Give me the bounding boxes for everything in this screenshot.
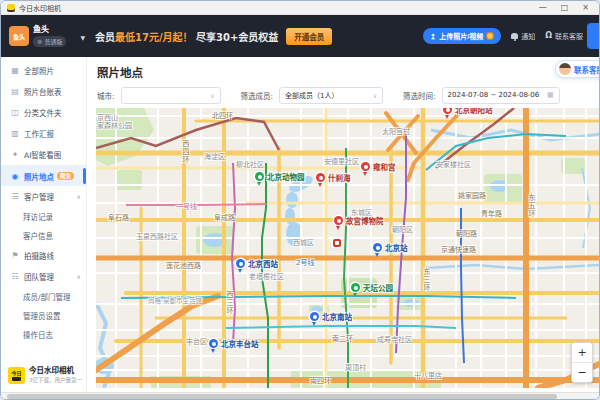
time-filter-label: 筛选时间: <box>403 90 436 101</box>
zoom-out-button[interactable]: − <box>572 363 592 382</box>
sidebar-item-分类文件夹[interactable]: ◫分类文件夹 <box>1 102 86 123</box>
map-label: 东五环 <box>526 194 536 218</box>
map-marker[interactable]: 北京朝阳站 <box>443 108 493 115</box>
map-label: 成寿寺社区 <box>377 334 412 344</box>
ai-icon: ✦ <box>10 150 20 159</box>
scrollbar-thumb[interactable] <box>7 394 557 399</box>
map-marker[interactable]: 北京南站 <box>310 311 352 322</box>
map-label: 柳北社区 <box>236 159 264 169</box>
map-marker-label: 北京丰台站 <box>221 338 259 349</box>
map-marker[interactable]: 天坛公园 <box>351 282 393 293</box>
sidebar-item-label: 全部照片 <box>24 65 54 76</box>
minimize-button[interactable]: — <box>539 4 547 12</box>
map-marker[interactable]: 北京丰台站 <box>209 338 259 349</box>
map-marker-label: 北京站 <box>385 242 408 253</box>
sidebar: ▦全部照片▤照片台账表◫分类文件夹▥工作汇报✦AI智能看图◉照片地点限免☰客户管… <box>1 57 87 392</box>
app-header: 鱼头 鱼头 ☸ 普通版 ▼ 会员最低17元/月起！ 尽享30+会员权益 开通会员… <box>1 15 599 57</box>
sidebar-item-label: 拜访记录 <box>23 211 53 222</box>
report-icon: ▥ <box>10 129 20 138</box>
notifications-button[interactable]: 通知 <box>511 31 535 41</box>
map-base-layer <box>96 108 599 388</box>
user-block[interactable]: 鱼头 鱼头 ☸ 普通版 ▼ <box>1 26 87 47</box>
headset-icon: Ω <box>545 32 552 40</box>
maximize-button[interactable]: □ <box>561 4 569 12</box>
map-label: 京通快速路 <box>441 244 476 254</box>
map-marker-label: 北京朝阳站 <box>455 108 493 115</box>
collapse-arrow-icon[interactable]: ∧ <box>77 193 81 200</box>
map-marker[interactable]: 北京动物园 <box>255 171 305 182</box>
member-select[interactable]: 全部成员（1人） ∨ <box>279 87 383 104</box>
camera-icon <box>12 377 21 381</box>
map-label: 老墙根社区 <box>249 271 284 281</box>
map-marker[interactable] <box>333 239 341 247</box>
city-filter-label: 城市: <box>97 90 115 101</box>
member-filter-label: 筛选成员: <box>241 90 274 101</box>
member-value: 全部成员（1人） <box>285 90 338 100</box>
contact-support-button[interactable]: Ω 联系客服 <box>545 31 583 41</box>
chevron-down-icon[interactable]: ▼ <box>80 34 85 41</box>
map-label: 朝阳区 <box>392 224 413 234</box>
sidebar-item-AI智能看图[interactable]: ✦AI智能看图 <box>1 144 86 165</box>
map-label: 阜成路 <box>214 212 235 222</box>
map-canvas[interactable]: 海淀区西城区东城区朝阳区丰台区安德里社区柳北社区安家楼社区老墙根社区玉泉西路社区… <box>96 108 599 388</box>
upload-photos-button[interactable]: ↥ 上传照片/视频 <box>423 28 501 44</box>
sidebar-item-成员/部门管理[interactable]: 成员/部门管理 <box>1 287 86 306</box>
map-label: 青年路 <box>481 208 502 218</box>
sidebar-item-label: 拍摄路线 <box>24 250 54 261</box>
floating-support-pill[interactable]: 联系客服 <box>555 60 599 78</box>
map-pin-icon <box>310 312 319 321</box>
sidebar-item-照片地点[interactable]: ◉照片地点限免 <box>1 165 86 186</box>
open-membership-button[interactable]: 开通会员 <box>286 28 332 45</box>
map-pin-icon <box>351 283 360 292</box>
city-select[interactable]: ∨ <box>121 87 221 104</box>
upload-label: 上传照片/视频 <box>439 31 483 41</box>
sidebar-item-管理员设置[interactable]: 管理员设置 <box>1 306 86 325</box>
map-marker[interactable]: 北京站 <box>373 242 408 253</box>
sidebar-item-团队管理[interactable]: ☷团队管理∧ <box>1 266 86 287</box>
chevron-down-icon: ∨ <box>373 92 377 99</box>
sidebar-item-拜访记录[interactable]: 拜访记录 <box>1 207 86 226</box>
sidebar-item-工作汇报[interactable]: ▥工作汇报 <box>1 123 86 144</box>
zoom-in-button[interactable]: + <box>572 343 592 363</box>
map-label: 安家楼社区 <box>436 159 471 169</box>
map-label: 周顶村 <box>345 362 366 372</box>
main-content: 联系客服 照片地点 城市: ∨ 筛选成员: 全部成员（1人） ∨ 筛选时间: 2… <box>87 57 599 392</box>
promo-text: 会员最低17元/月起！ 尽享30+会员权益 <box>95 29 278 44</box>
support-pill-label: 联系客服 <box>574 64 599 75</box>
upload-icon: ↥ <box>430 33 436 40</box>
collapse-arrow-icon[interactable]: ∧ <box>77 273 81 280</box>
brand-logo-icon: 今日 <box>8 367 25 384</box>
map-marker-label: 北京动物园 <box>267 171 305 182</box>
map-marker[interactable]: 北京西站 <box>236 258 278 269</box>
map-marker[interactable]: 雍和宫 <box>361 161 396 172</box>
sidebar-item-拍摄路线[interactable]: ⚑拍摄路线 <box>1 245 86 266</box>
app-window: 今日水印相机 — □ × 鱼头 鱼头 ☸ 普通版 ▼ 会员最低17元/月起！ 尽… <box>0 0 600 400</box>
close-button[interactable]: × <box>582 4 589 12</box>
membership-banner: 会员最低17元/月起！ 尽享30+会员权益 开通会员 <box>95 28 332 45</box>
sidebar-item-客户管理[interactable]: ☰客户管理∧ <box>1 186 86 207</box>
collapsed-side-button[interactable] <box>587 23 599 49</box>
sidebar-item-客户信息[interactable]: 客户信息 <box>1 226 86 245</box>
sidebar-item-label: 工作汇报 <box>24 128 54 139</box>
map-marker[interactable]: 故宫博物院 <box>334 215 384 226</box>
user-name: 鱼头 <box>33 26 66 34</box>
map-marker[interactable]: 什刹海 <box>316 172 351 183</box>
sidebar-item-全部照片[interactable]: ▦全部照片 <box>1 60 86 81</box>
sidebar-item-照片台账表[interactable]: ▤照片台账表 <box>1 81 86 102</box>
photos-icon: ▦ <box>10 66 20 75</box>
location-icon: ◉ <box>10 172 20 181</box>
date-range-input[interactable]: 2024-07-08 ~ 2024-08-06 ▦ <box>442 87 560 104</box>
notify-label: 通知 <box>521 31 535 41</box>
sidebar-item-操作日志[interactable]: 操作日志 <box>1 325 86 344</box>
map-label: 西三环 <box>224 291 234 315</box>
chevron-down-icon: ∨ <box>210 92 214 99</box>
map-pin-icon <box>334 216 343 225</box>
map-label: 海淀区 <box>204 151 225 161</box>
plan-badge: ☸ 普通版 <box>33 36 66 47</box>
map-label: 2号线 <box>296 257 314 267</box>
map-pin-icon <box>443 108 452 114</box>
map-pin-icon <box>209 339 218 348</box>
date-range-value: 2024-07-08 ~ 2024-08-06 <box>448 91 540 99</box>
horizontal-scrollbar[interactable] <box>1 392 599 400</box>
map-label: 十八里店 <box>414 370 442 380</box>
